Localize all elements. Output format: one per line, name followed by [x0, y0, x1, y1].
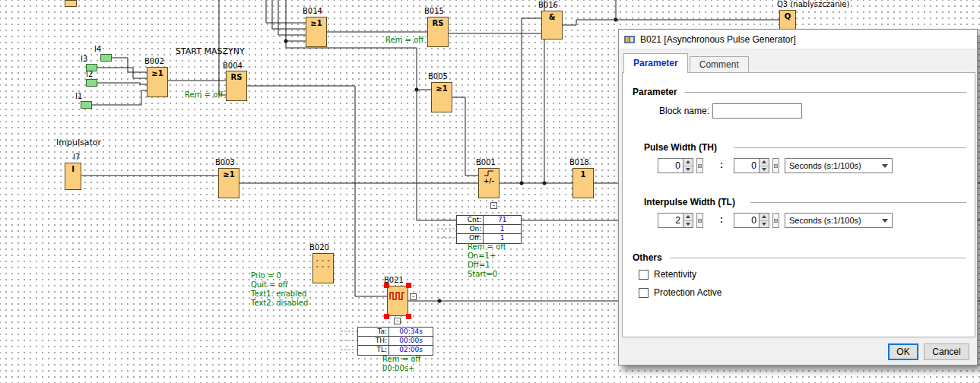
input-label-I4: I4: [94, 45, 101, 53]
spinner-down-button[interactable]: [760, 166, 769, 173]
pulse-waveform-icon: [389, 289, 407, 302]
note-b021-params: Rem = off 00:00s+: [382, 355, 420, 373]
block-B016[interactable]: &: [541, 11, 563, 40]
tl-unit-dropdown[interactable]: Seconds (s:1/100s): [785, 213, 893, 228]
spinner-up-button[interactable]: [683, 159, 693, 166]
block-B002[interactable]: ≥1: [147, 67, 168, 97]
arrow-down-icon: [762, 223, 766, 226]
spinner-up-button[interactable]: [760, 159, 769, 166]
group-title-others: Others: [633, 252, 662, 263]
input-connector-I4[interactable]: [100, 54, 112, 62]
block-B021[interactable]: [387, 286, 408, 316]
group-separator: [750, 202, 966, 203]
slider-handle: [698, 219, 702, 223]
dialog-titlebar[interactable]: B021 [Asynchronous Pulse Generator]: [619, 30, 977, 49]
input-connector-I1[interactable]: [81, 101, 92, 109]
group-title-pulse-width: Pulse Width (TH): [644, 142, 717, 153]
block-Q3[interactable]: Q: [779, 10, 796, 30]
spinner-up-button[interactable]: [683, 214, 693, 220]
tab-parameter[interactable]: Parameter: [623, 53, 688, 73]
param-row: On:1: [457, 225, 521, 234]
param-row: TL:02:00s: [358, 346, 433, 355]
block-B004[interactable]: RS: [226, 71, 247, 101]
arrow-down-icon: [762, 168, 766, 171]
block-label-B005: B005: [428, 72, 448, 81]
retentivity-checkbox[interactable]: [639, 270, 649, 280]
note-b001-params: Rem = off On=1+ Off=1 Start=0: [468, 242, 506, 279]
chevron-down-icon: [882, 164, 888, 168]
collapse-icon[interactable]: -: [410, 293, 417, 300]
block-symbol: I: [71, 165, 75, 173]
th-subvalue-spinner[interactable]: 0: [734, 158, 769, 173]
block-B001[interactable]: +/-: [478, 168, 500, 198]
block-label-B002: B002: [144, 57, 164, 65]
spinner-value: 2: [658, 213, 683, 228]
selection-handle[interactable]: [384, 283, 389, 288]
cancel-button[interactable]: Cancel: [924, 343, 969, 360]
param-key: On:: [457, 225, 484, 233]
b021-param-table[interactable]: Ta:00:34sTH:00:00sTL:02:00s: [357, 327, 433, 356]
block-symbol: 1: [581, 170, 586, 179]
block-name-input[interactable]: [712, 103, 802, 119]
th-value-spinner[interactable]: 0: [658, 158, 693, 173]
block-I7[interactable]: I: [65, 163, 81, 190]
param-value: 1: [484, 225, 521, 233]
arrow-up-icon: [686, 160, 690, 163]
ok-button[interactable]: OK: [888, 343, 918, 360]
counter-icon: +/-: [484, 170, 495, 185]
dialog-icon: [623, 33, 636, 46]
dropdown-value: Seconds (s:1/100s): [789, 216, 861, 225]
block-symbol: ≥1: [151, 69, 163, 78]
block-B020[interactable]: - - -- - -: [312, 253, 334, 283]
spinner-down-button[interactable]: [683, 166, 693, 173]
tl-reference-control-2[interactable]: [772, 213, 779, 228]
block-B015[interactable]: RS: [427, 17, 449, 47]
param-row: TH:00:00s: [358, 337, 433, 346]
group-separator: [685, 92, 966, 93]
b001-param-table[interactable]: Cnt:71On:1Off:1: [456, 215, 522, 244]
arrow-down-icon: [686, 223, 690, 226]
param-key: TH:: [358, 337, 389, 345]
block-partial[interactable]: [65, 0, 77, 7]
th-unit-dropdown[interactable]: Seconds (s:1/100s): [785, 158, 893, 173]
tab-comment[interactable]: Comment: [690, 56, 749, 73]
note-impulsator: Impulsator: [56, 138, 101, 147]
param-key: Cnt:: [457, 216, 484, 224]
spinner-value: 0: [658, 158, 683, 173]
input-connector-I2[interactable]: [86, 79, 97, 87]
param-row: Cnt:71: [457, 216, 521, 225]
protection-active-checkbox[interactable]: [639, 288, 649, 298]
block-B005[interactable]: ≥1: [431, 82, 452, 112]
block-B014[interactable]: ≥1: [306, 17, 327, 47]
arrow-up-icon: [762, 215, 766, 218]
tl-subvalue-spinner[interactable]: 0: [734, 213, 769, 228]
selection-handle[interactable]: [406, 283, 411, 288]
spinner-up-button[interactable]: [760, 214, 769, 220]
pulse-width-row: 0 : 0 Seconds (s:1/100s): [623, 158, 975, 173]
block-label-B015: B015: [424, 7, 444, 15]
tl-value-spinner[interactable]: 2: [658, 213, 693, 228]
block-label-B018: B018: [569, 158, 589, 166]
param-key: Ta:: [358, 328, 389, 336]
block-symbol: RS: [231, 73, 243, 81]
collapse-icon[interactable]: -: [394, 318, 401, 324]
tl-reference-control[interactable]: [696, 213, 703, 228]
spinner-down-button[interactable]: [683, 220, 693, 228]
input-label-I2: I2: [86, 70, 93, 78]
block-label-I7: I7: [73, 153, 80, 161]
block-name-label: Block name:: [626, 106, 709, 116]
spinner-down-button[interactable]: [760, 220, 769, 228]
th-reference-control[interactable]: [696, 158, 703, 173]
note-rem-b015: Rem = off: [385, 36, 423, 45]
block-symbol: RS: [433, 19, 444, 27]
input-label-I3: I3: [81, 55, 87, 63]
block-B003[interactable]: ≥1: [218, 168, 239, 198]
selection-handle[interactable]: [406, 314, 411, 319]
th-reference-control-2[interactable]: [772, 158, 779, 173]
block-label-B004: B004: [223, 62, 243, 70]
block-B018[interactable]: 1: [572, 168, 594, 198]
spinner-value: 0: [734, 158, 760, 173]
collapse-icon[interactable]: -: [490, 202, 497, 209]
block-symbol: &: [549, 13, 556, 21]
selection-handle[interactable]: [384, 314, 389, 319]
